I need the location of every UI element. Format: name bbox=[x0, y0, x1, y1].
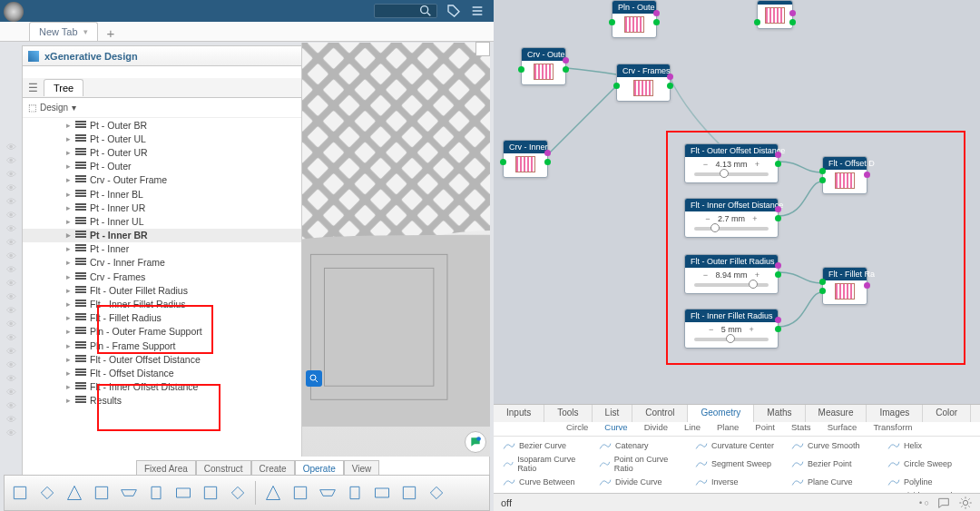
visibility-toggle[interactable]: 👁 bbox=[0, 237, 22, 251]
cmd-tab[interactable]: Geometry bbox=[688, 405, 754, 422]
slider-knob[interactable] bbox=[726, 334, 735, 343]
slider-track[interactable] bbox=[694, 227, 769, 231]
tool-button[interactable] bbox=[37, 483, 57, 503]
visibility-toggle[interactable]: 👁 bbox=[0, 332, 22, 346]
tool-button[interactable] bbox=[399, 483, 419, 503]
expand-icon[interactable]: ▸ bbox=[64, 327, 72, 336]
cmd-tab[interactable]: Images bbox=[867, 405, 923, 422]
cmd-subtab[interactable]: Stats bbox=[791, 422, 811, 436]
cmd-button[interactable]: Curve Between bbox=[503, 477, 586, 487]
visibility-toggle[interactable]: 👁 bbox=[0, 319, 22, 332]
expand-icon[interactable]: ▸ bbox=[64, 382, 72, 391]
gear-icon[interactable] bbox=[958, 496, 973, 510]
expand-icon[interactable]: ▸ bbox=[64, 231, 72, 240]
cmd-tab[interactable]: Tools bbox=[544, 405, 592, 422]
cmd-tab[interactable]: Maths bbox=[754, 405, 805, 422]
slider-node[interactable]: Flt - Outer Fillet Radius −8.94 mm+ bbox=[684, 254, 779, 294]
cmd-button[interactable]: Circle Sweep bbox=[887, 455, 971, 473]
expand-icon[interactable]: ▸ bbox=[64, 190, 72, 199]
cmd-button[interactable]: Catenary bbox=[599, 440, 682, 451]
visibility-toggle[interactable]: 👁 bbox=[0, 169, 22, 182]
graph-node[interactable]: Pln - Oute bbox=[612, 0, 657, 38]
tool-button[interactable] bbox=[318, 483, 338, 503]
expand-icon[interactable]: ▸ bbox=[64, 355, 72, 364]
cmd-subtab[interactable]: Curve bbox=[604, 422, 627, 436]
cmd-button[interactable]: Divide Curve bbox=[599, 477, 682, 487]
numeric-stepper[interactable]: −8.94 mm+ bbox=[690, 270, 773, 280]
expand-icon[interactable]: ▸ bbox=[64, 341, 72, 350]
slider-track[interactable] bbox=[694, 283, 769, 287]
slider-knob[interactable] bbox=[749, 280, 758, 289]
graph-node[interactable] bbox=[757, 0, 793, 29]
visibility-toggle[interactable]: 👁 bbox=[0, 387, 22, 400]
numeric-stepper[interactable]: −2.7 mm+ bbox=[690, 214, 773, 223]
tool-button[interactable] bbox=[345, 483, 365, 503]
slider-knob[interactable] bbox=[720, 169, 729, 178]
visibility-toggle[interactable]: 👁 bbox=[0, 210, 22, 223]
visibility-toggle[interactable]: 👁 bbox=[0, 223, 22, 237]
tool-button[interactable] bbox=[290, 483, 310, 503]
tool-button[interactable] bbox=[201, 483, 220, 503]
design-selector[interactable]: ⬚ Design ▾ bbox=[28, 103, 76, 113]
slider-node[interactable]: Flt - Outer Offset Distance −4.13 mm+ bbox=[684, 143, 779, 183]
expand-icon[interactable]: ▸ bbox=[64, 272, 72, 281]
expand-icon[interactable]: ▸ bbox=[64, 244, 72, 253]
visibility-toggle[interactable]: 👁 bbox=[0, 264, 22, 278]
cmd-tab[interactable]: Measure bbox=[806, 405, 867, 422]
visibility-toggle[interactable]: 👁 bbox=[0, 346, 22, 359]
expand-icon[interactable]: ▸ bbox=[64, 313, 72, 322]
expand-icon[interactable]: ▸ bbox=[64, 121, 72, 130]
cmd-button[interactable]: Point on Curve Ratio bbox=[599, 455, 682, 473]
cmd-subtab[interactable]: Transform bbox=[873, 422, 912, 436]
visibility-toggle[interactable]: 👁 bbox=[0, 251, 22, 264]
visibility-toggle[interactable]: 👁 bbox=[0, 305, 22, 319]
cmd-subtab[interactable]: Divide bbox=[644, 422, 668, 436]
cmd-subtab[interactable]: Plane bbox=[717, 422, 739, 436]
visibility-toggle[interactable]: 👁 bbox=[0, 427, 22, 441]
visibility-toggle[interactable]: 👁 bbox=[0, 182, 22, 196]
tool-button[interactable] bbox=[119, 483, 139, 503]
cmd-button[interactable]: Helix bbox=[887, 440, 971, 451]
tag-icon[interactable] bbox=[446, 4, 461, 18]
cmd-button[interactable]: Isoparam Curve Ratio bbox=[503, 455, 586, 473]
add-tab-button[interactable]: + bbox=[107, 25, 115, 41]
expand-icon[interactable]: ▸ bbox=[64, 175, 72, 184]
cmd-button[interactable]: Bezier Point bbox=[791, 455, 875, 473]
tool-button[interactable] bbox=[10, 483, 30, 503]
global-search[interactable] bbox=[374, 4, 437, 18]
graph-node-output[interactable]: Flt - Fillet Ra bbox=[822, 267, 867, 305]
graph-node-output[interactable]: Flt - Offset D bbox=[822, 156, 867, 194]
expand-icon[interactable]: ▸ bbox=[64, 286, 72, 295]
pin-corner-icon[interactable] bbox=[475, 42, 490, 56]
expand-icon[interactable]: ▸ bbox=[64, 134, 72, 143]
tool-button[interactable] bbox=[263, 483, 283, 503]
graph-node[interactable]: Crv - Inner bbox=[503, 140, 548, 178]
numeric-stepper[interactable]: −4.13 mm+ bbox=[690, 160, 773, 169]
expand-icon[interactable]: ▸ bbox=[64, 396, 72, 405]
visibility-toggle[interactable]: 👁 bbox=[0, 196, 22, 210]
visibility-toggle[interactable]: 👁 bbox=[0, 414, 22, 427]
slider-node[interactable]: Flt - Inner Offset Distance −2.7 mm+ bbox=[684, 198, 779, 238]
tool-button[interactable] bbox=[426, 483, 446, 503]
expand-icon[interactable]: ▸ bbox=[64, 217, 72, 226]
visibility-toggle[interactable]: 👁 bbox=[0, 373, 22, 387]
cmd-subtab[interactable]: Circle bbox=[566, 422, 588, 436]
visibility-toggle[interactable]: 👁 bbox=[0, 400, 22, 414]
tab-new[interactable]: New Tab ▾ bbox=[29, 22, 98, 41]
cmd-button[interactable]: Curve Smooth bbox=[791, 440, 875, 451]
cmd-button[interactable]: Inverse bbox=[695, 477, 779, 487]
chat-bubble-icon[interactable] bbox=[465, 431, 486, 453]
cmd-button[interactable]: Segment Sweep bbox=[695, 455, 779, 473]
expand-icon[interactable]: ▸ bbox=[64, 148, 72, 157]
cmd-tab[interactable]: Control bbox=[632, 405, 688, 422]
cmd-tab[interactable]: List bbox=[593, 405, 633, 422]
cmd-button[interactable]: Bezier Curve bbox=[503, 440, 586, 451]
tool-button[interactable] bbox=[228, 483, 248, 503]
tool-button[interactable] bbox=[92, 483, 112, 503]
chat-icon[interactable] bbox=[936, 496, 951, 510]
node-graph-canvas[interactable]: Pln - OuteCrv - OuteCrv - FramesCrv - In… bbox=[494, 0, 980, 404]
cmd-subtab[interactable]: Line bbox=[684, 422, 701, 436]
visibility-toggle[interactable]: 👁 bbox=[0, 155, 22, 169]
menu-icon[interactable] bbox=[470, 4, 485, 18]
graph-node[interactable]: Crv - Frames bbox=[616, 64, 671, 102]
